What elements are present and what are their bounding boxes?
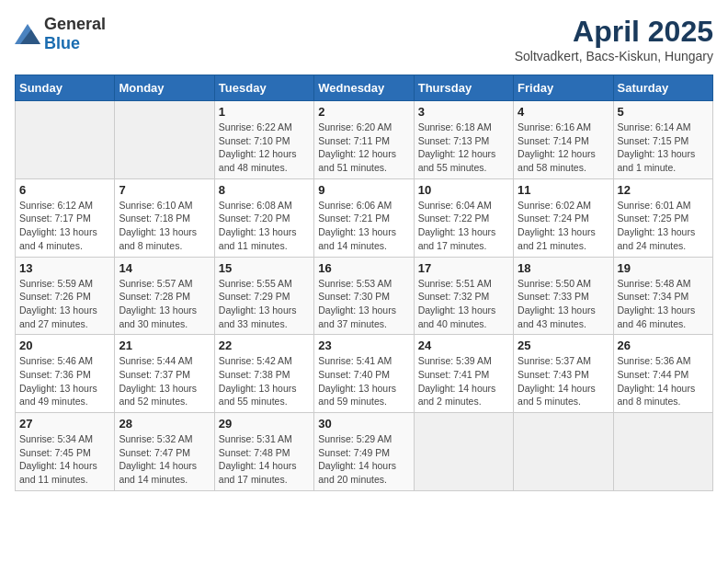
day-number: 6	[19, 183, 110, 197]
day-number: 3	[418, 105, 509, 119]
day-number: 18	[518, 261, 609, 275]
calendar-table: SundayMondayTuesdayWednesdayThursdayFrid…	[15, 75, 713, 491]
day-info: Sunrise: 5:48 AM Sunset: 7:34 PM Dayligh…	[618, 277, 709, 331]
day-cell: 5Sunrise: 6:14 AM Sunset: 7:15 PM Daylig…	[613, 101, 712, 179]
day-cell	[115, 101, 214, 179]
day-info: Sunrise: 5:32 AM Sunset: 7:47 PM Dayligh…	[119, 432, 210, 487]
title-block: April 2025 Soltvadkert, Bacs-Kiskun, Hun…	[515, 15, 713, 63]
day-cell: 18Sunrise: 5:50 AM Sunset: 7:33 PM Dayli…	[514, 257, 613, 335]
day-number: 26	[618, 339, 709, 352]
logo-icon	[15, 24, 40, 44]
day-info: Sunrise: 6:14 AM Sunset: 7:15 PM Dayligh…	[618, 121, 709, 175]
day-info: Sunrise: 6:16 AM Sunset: 7:14 PM Dayligh…	[518, 121, 609, 175]
day-number: 10	[418, 183, 509, 197]
day-info: Sunrise: 5:46 AM Sunset: 7:36 PM Dayligh…	[19, 354, 110, 408]
header-row: SundayMondayTuesdayWednesdayThursdayFrid…	[16, 75, 713, 101]
day-info: Sunrise: 5:42 AM Sunset: 7:38 PM Dayligh…	[219, 354, 310, 408]
day-number: 25	[518, 339, 609, 352]
day-number: 9	[318, 183, 409, 197]
day-info: Sunrise: 6:18 AM Sunset: 7:13 PM Dayligh…	[418, 121, 509, 175]
day-cell: 20Sunrise: 5:46 AM Sunset: 7:36 PM Dayli…	[16, 335, 115, 413]
day-number: 27	[19, 417, 110, 431]
day-number: 5	[618, 105, 709, 119]
day-cell: 14Sunrise: 5:57 AM Sunset: 7:28 PM Dayli…	[115, 257, 214, 335]
day-info: Sunrise: 5:36 AM Sunset: 7:44 PM Dayligh…	[618, 354, 709, 408]
day-number: 20	[19, 339, 110, 352]
day-cell: 17Sunrise: 5:51 AM Sunset: 7:32 PM Dayli…	[414, 257, 513, 335]
day-cell: 3Sunrise: 6:18 AM Sunset: 7:13 PM Daylig…	[414, 101, 513, 179]
day-number: 4	[518, 105, 609, 119]
day-cell: 9Sunrise: 6:06 AM Sunset: 7:21 PM Daylig…	[314, 178, 414, 257]
day-info: Sunrise: 6:12 AM Sunset: 7:17 PM Dayligh…	[19, 199, 110, 253]
day-cell: 23Sunrise: 5:41 AM Sunset: 7:40 PM Dayli…	[314, 335, 414, 413]
day-number: 22	[219, 339, 310, 352]
day-info: Sunrise: 5:55 AM Sunset: 7:29 PM Dayligh…	[219, 277, 310, 331]
day-info: Sunrise: 5:41 AM Sunset: 7:40 PM Dayligh…	[318, 354, 409, 408]
day-cell	[514, 413, 613, 491]
day-cell: 7Sunrise: 6:10 AM Sunset: 7:18 PM Daylig…	[115, 178, 214, 257]
day-info: Sunrise: 5:59 AM Sunset: 7:26 PM Dayligh…	[19, 277, 110, 331]
day-cell: 16Sunrise: 5:53 AM Sunset: 7:30 PM Dayli…	[314, 257, 414, 335]
day-cell: 1Sunrise: 6:22 AM Sunset: 7:10 PM Daylig…	[214, 101, 313, 179]
week-row-4: 20Sunrise: 5:46 AM Sunset: 7:36 PM Dayli…	[16, 335, 713, 413]
day-number: 11	[518, 183, 609, 197]
day-cell: 13Sunrise: 5:59 AM Sunset: 7:26 PM Dayli…	[16, 257, 115, 335]
day-info: Sunrise: 5:29 AM Sunset: 7:49 PM Dayligh…	[318, 432, 409, 487]
day-number: 30	[318, 417, 409, 431]
header-monday: Monday	[115, 75, 214, 101]
day-cell: 30Sunrise: 5:29 AM Sunset: 7:49 PM Dayli…	[314, 413, 414, 491]
day-cell	[16, 101, 115, 179]
day-cell: 15Sunrise: 5:55 AM Sunset: 7:29 PM Dayli…	[214, 257, 313, 335]
day-info: Sunrise: 6:22 AM Sunset: 7:10 PM Dayligh…	[219, 121, 310, 175]
day-cell: 24Sunrise: 5:39 AM Sunset: 7:41 PM Dayli…	[414, 335, 513, 413]
day-cell: 27Sunrise: 5:34 AM Sunset: 7:45 PM Dayli…	[16, 413, 115, 491]
day-cell: 11Sunrise: 6:02 AM Sunset: 7:24 PM Dayli…	[514, 178, 613, 257]
header-friday: Friday	[514, 75, 613, 101]
day-cell	[414, 413, 513, 491]
week-row-1: 1Sunrise: 6:22 AM Sunset: 7:10 PM Daylig…	[16, 101, 713, 179]
day-cell: 26Sunrise: 5:36 AM Sunset: 7:44 PM Dayli…	[613, 335, 712, 413]
day-number: 23	[318, 339, 409, 352]
day-number: 12	[618, 183, 709, 197]
logo-general: General	[44, 15, 106, 33]
day-info: Sunrise: 5:37 AM Sunset: 7:43 PM Dayligh…	[518, 354, 609, 408]
day-cell: 28Sunrise: 5:32 AM Sunset: 7:47 PM Dayli…	[115, 413, 214, 491]
day-info: Sunrise: 5:51 AM Sunset: 7:32 PM Dayligh…	[418, 277, 509, 331]
day-number: 24	[418, 339, 509, 352]
day-info: Sunrise: 6:20 AM Sunset: 7:11 PM Dayligh…	[318, 121, 409, 175]
main-title: April 2025	[515, 15, 713, 49]
day-number: 29	[219, 417, 310, 431]
day-cell: 29Sunrise: 5:31 AM Sunset: 7:48 PM Dayli…	[214, 413, 313, 491]
day-number: 8	[219, 183, 310, 197]
day-info: Sunrise: 5:53 AM Sunset: 7:30 PM Dayligh…	[318, 277, 409, 331]
week-row-3: 13Sunrise: 5:59 AM Sunset: 7:26 PM Dayli…	[16, 257, 713, 335]
day-number: 15	[219, 261, 310, 275]
day-number: 2	[318, 105, 409, 119]
day-info: Sunrise: 6:04 AM Sunset: 7:22 PM Dayligh…	[418, 199, 509, 253]
logo-blue: Blue	[44, 34, 80, 52]
week-row-2: 6Sunrise: 6:12 AM Sunset: 7:17 PM Daylig…	[16, 178, 713, 257]
day-info: Sunrise: 6:02 AM Sunset: 7:24 PM Dayligh…	[518, 199, 609, 253]
day-info: Sunrise: 6:08 AM Sunset: 7:20 PM Dayligh…	[219, 199, 310, 253]
day-number: 19	[618, 261, 709, 275]
day-info: Sunrise: 5:50 AM Sunset: 7:33 PM Dayligh…	[518, 277, 609, 331]
day-info: Sunrise: 5:34 AM Sunset: 7:45 PM Dayligh…	[19, 432, 110, 487]
header-thursday: Thursday	[414, 75, 513, 101]
day-number: 1	[219, 105, 310, 119]
logo: General Blue	[15, 15, 106, 53]
day-cell: 2Sunrise: 6:20 AM Sunset: 7:11 PM Daylig…	[314, 101, 414, 179]
header-saturday: Saturday	[613, 75, 712, 101]
day-cell	[613, 413, 712, 491]
day-cell: 10Sunrise: 6:04 AM Sunset: 7:22 PM Dayli…	[414, 178, 513, 257]
header-wednesday: Wednesday	[314, 75, 414, 101]
day-cell: 22Sunrise: 5:42 AM Sunset: 7:38 PM Dayli…	[214, 335, 313, 413]
day-number: 13	[19, 261, 110, 275]
day-cell: 4Sunrise: 6:16 AM Sunset: 7:14 PM Daylig…	[514, 101, 613, 179]
day-info: Sunrise: 5:39 AM Sunset: 7:41 PM Dayligh…	[418, 354, 509, 408]
day-cell: 8Sunrise: 6:08 AM Sunset: 7:20 PM Daylig…	[214, 178, 313, 257]
day-number: 17	[418, 261, 509, 275]
day-info: Sunrise: 6:06 AM Sunset: 7:21 PM Dayligh…	[318, 199, 409, 253]
day-number: 14	[119, 261, 210, 275]
subtitle: Soltvadkert, Bacs-Kiskun, Hungary	[515, 49, 713, 63]
calendar-header: SundayMondayTuesdayWednesdayThursdayFrid…	[16, 75, 713, 101]
